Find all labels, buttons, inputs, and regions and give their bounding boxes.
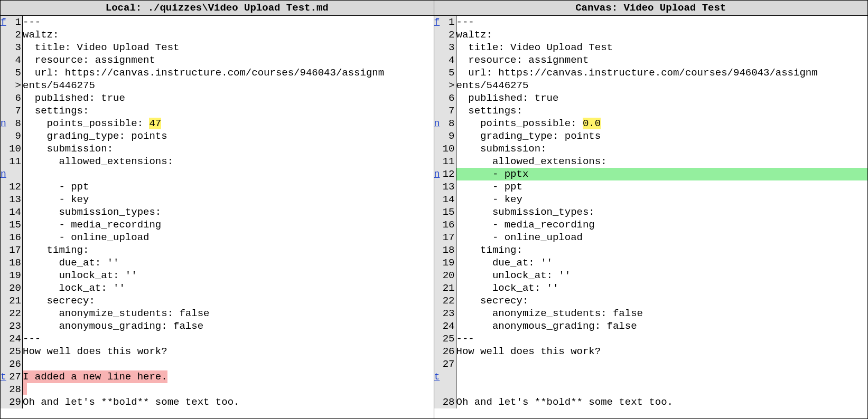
right-line[interactable]: 6 published: true [434, 92, 868, 104]
line-content: submission: [23, 142, 434, 155]
left-line[interactable]: 13 - key [1, 193, 434, 206]
right-line[interactable]: t [434, 370, 868, 383]
left-line[interactable]: 5 url: https://canvas.instructure.com/co… [1, 66, 434, 79]
right-line[interactable]: 4 resource: assignment [434, 54, 868, 66]
left-line[interactable]: 14 submission_types: [1, 206, 434, 218]
line-content: anonymous_grading: false [456, 320, 868, 332]
right-line[interactable]: n8 points_possible: 0.0 [434, 117, 868, 130]
right-line[interactable] [434, 383, 868, 396]
line-content: published: true [23, 92, 434, 104]
left-line[interactable]: 29Oh and let's **bold** some text too. [1, 396, 434, 408]
right-line[interactable]: >ents/5446275 [434, 79, 868, 92]
left-line[interactable]: t27I added a new line here. [1, 370, 434, 383]
right-line[interactable]: 23 anonymize_students: false [434, 307, 868, 320]
left-line[interactable]: 21 secrecy: [1, 294, 434, 307]
line-number: 6 [442, 92, 456, 104]
diff-marker[interactable]: n [434, 117, 442, 130]
line-number: 25 [8, 345, 23, 358]
left-line[interactable]: 2waltz: [1, 28, 434, 41]
right-line[interactable]: 15 submission_types: [434, 206, 868, 218]
line-number: 14 [8, 206, 23, 218]
left-body[interactable]: f1---2waltz:3 title: Video Upload Test4 … [1, 16, 434, 418]
left-line[interactable]: 25How well does this work? [1, 345, 434, 358]
line-number [442, 370, 456, 383]
right-line[interactable]: 24 anonymous_grading: false [434, 320, 868, 332]
line-content: secrecy: [456, 294, 868, 307]
left-line[interactable]: 28 [1, 383, 434, 396]
diff-marker [1, 282, 8, 294]
right-line[interactable]: 26How well does this work? [434, 345, 868, 358]
right-line[interactable]: 27 [434, 358, 868, 370]
left-line[interactable]: 18 due_at: '' [1, 256, 434, 269]
line-number: 8 [442, 117, 456, 130]
diff-marker [1, 92, 8, 104]
right-line[interactable]: 14 - key [434, 193, 868, 206]
left-line[interactable]: n8 points_possible: 47 [1, 117, 434, 130]
line-content: - online_upload [456, 231, 868, 244]
right-line[interactable]: 13 - ppt [434, 180, 868, 193]
line-content: grading_type: points [456, 130, 868, 142]
right-body[interactable]: f1---2waltz:3 title: Video Upload Test4 … [434, 16, 868, 418]
left-line[interactable]: f1--- [1, 16, 434, 28]
line-content: anonymize_students: false [23, 307, 434, 320]
left-line[interactable]: 4 resource: assignment [1, 54, 434, 66]
line-number: 11 [442, 155, 456, 168]
right-line[interactable]: n12 - pptx [434, 168, 868, 180]
right-line[interactable]: 5 url: https://canvas.instructure.com/co… [434, 66, 868, 79]
right-line[interactable]: 17 - online_upload [434, 231, 868, 244]
right-line[interactable]: 11 allowed_extensions: [434, 155, 868, 168]
left-line[interactable]: 15 - media_recording [1, 218, 434, 231]
line-content: submission: [456, 142, 868, 155]
diff-marker [1, 383, 8, 396]
diff-marker[interactable]: t [1, 370, 8, 383]
diff-marker [1, 256, 8, 269]
right-line[interactable]: f1--- [434, 16, 868, 28]
right-line[interactable]: 19 due_at: '' [434, 256, 868, 269]
diff-marker[interactable]: n [1, 117, 8, 130]
left-line[interactable]: 6 published: true [1, 92, 434, 104]
right-line[interactable]: 21 lock_at: '' [434, 282, 868, 294]
line-content: - online_upload [23, 231, 434, 244]
right-line[interactable]: 16 - media_recording [434, 218, 868, 231]
left-line[interactable]: 24--- [1, 332, 434, 345]
line-content: timing: [456, 244, 868, 256]
line-number: 23 [442, 307, 456, 320]
diff-marker [434, 396, 442, 408]
line-content: - ppt [23, 180, 434, 193]
left-line[interactable]: 9 grading_type: points [1, 130, 434, 142]
diff-marker[interactable]: n [434, 168, 442, 180]
left-line[interactable]: 20 lock_at: '' [1, 282, 434, 294]
left-line[interactable]: 26 [1, 358, 434, 370]
right-line[interactable]: 25--- [434, 332, 868, 345]
left-line[interactable]: 3 title: Video Upload Test [1, 41, 434, 54]
left-line[interactable]: 19 unlock_at: '' [1, 269, 434, 282]
left-line[interactable]: 10 submission: [1, 142, 434, 155]
right-line[interactable]: 2waltz: [434, 28, 868, 41]
left-line[interactable]: 16 - online_upload [1, 231, 434, 244]
left-line[interactable]: 11 allowed_extensions: [1, 155, 434, 168]
diff-marker[interactable]: n [1, 168, 8, 180]
left-title: Local: ./quizzes\Video Upload Test.md [1, 1, 434, 16]
right-line[interactable]: 18 timing: [434, 244, 868, 256]
left-line[interactable]: 23 anonymous_grading: false [1, 320, 434, 332]
right-line[interactable]: 28Oh and let's **bold** some text too. [434, 396, 868, 408]
left-line[interactable]: n [1, 168, 434, 180]
diff-marker[interactable]: f [1, 16, 8, 28]
left-line[interactable]: 17 timing: [1, 244, 434, 256]
left-line[interactable]: >ents/5446275 [1, 79, 434, 92]
left-line[interactable]: 12 - ppt [1, 180, 434, 193]
diff-marker[interactable]: t [434, 370, 442, 383]
right-line[interactable]: 22 secrecy: [434, 294, 868, 307]
right-line[interactable]: 3 title: Video Upload Test [434, 41, 868, 54]
left-line[interactable]: 22 anonymize_students: false [1, 307, 434, 320]
left-line[interactable]: 7 settings: [1, 104, 434, 117]
line-number: 26 [442, 345, 456, 358]
diff-marker[interactable]: f [434, 16, 442, 28]
right-line[interactable]: 20 unlock_at: '' [434, 269, 868, 282]
diff-changed: 47 [149, 118, 161, 129]
line-content: unlock_at: '' [456, 269, 868, 282]
right-line[interactable]: 7 settings: [434, 104, 868, 117]
right-line[interactable]: 10 submission: [434, 142, 868, 155]
line-content: Oh and let's **bold** some text too. [23, 396, 434, 408]
right-line[interactable]: 9 grading_type: points [434, 130, 868, 142]
